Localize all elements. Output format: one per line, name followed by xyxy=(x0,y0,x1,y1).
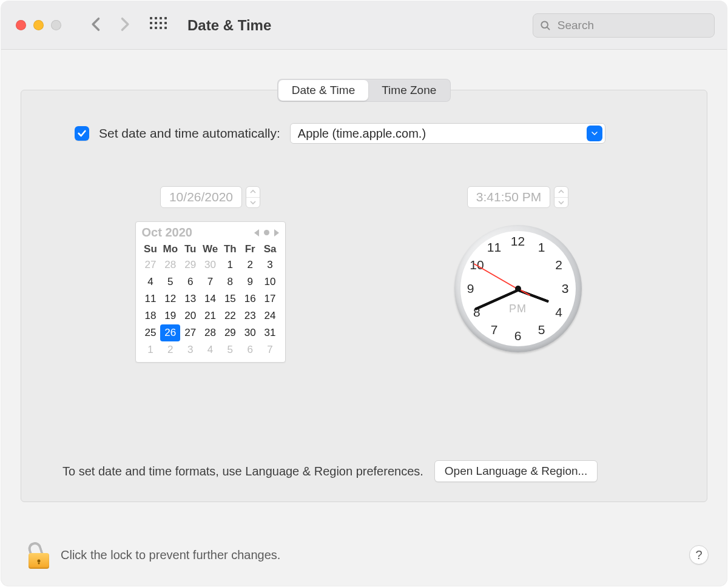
calendar-day[interactable]: 11 xyxy=(141,290,161,307)
calendar-day[interactable]: 5 xyxy=(160,273,180,290)
stepper-up-icon xyxy=(554,187,568,198)
calendar-day[interactable]: 16 xyxy=(240,290,260,307)
page-title: Date & Time xyxy=(187,17,271,34)
calendar-day[interactable]: 15 xyxy=(220,290,240,307)
time-value[interactable]: 3:41:50 PM xyxy=(467,186,550,208)
zoom-window-button[interactable] xyxy=(51,20,61,30)
clock-numeral: 5 xyxy=(534,323,549,337)
calendar-day-header: Fr xyxy=(240,242,260,257)
time-stepper[interactable] xyxy=(554,186,568,208)
calendar-day[interactable]: 2 xyxy=(160,341,180,358)
back-button[interactable] xyxy=(88,16,105,35)
calendar-day[interactable]: 2 xyxy=(240,257,260,273)
date-field: 10/26/2020 xyxy=(160,186,260,208)
footer: Click the lock to prevent further change… xyxy=(1,541,727,586)
tab-time-zone[interactable]: Time Zone xyxy=(368,80,450,101)
calendar-day[interactable]: 28 xyxy=(200,324,220,341)
calendar-prev-icon[interactable] xyxy=(254,229,259,236)
auto-set-row: Set date and time automatically: Apple (… xyxy=(75,123,653,144)
clock-numeral: 6 xyxy=(511,329,525,343)
chevron-down-icon xyxy=(587,126,602,141)
calendar-day[interactable]: 23 xyxy=(240,307,260,324)
auto-set-label: Set date and time automatically: xyxy=(99,126,280,141)
calendar-day-header: Mo xyxy=(160,242,180,257)
date-value[interactable]: 10/26/2020 xyxy=(160,186,242,208)
search-icon xyxy=(539,19,551,32)
panel: Set date and time automatically: Apple (… xyxy=(21,90,707,502)
clock-period: PM xyxy=(509,303,527,315)
date-stepper[interactable] xyxy=(246,186,260,208)
time-column: 3:41:50 PM PM 121234567891011 xyxy=(382,186,653,363)
calendar-day[interactable]: 24 xyxy=(260,307,280,324)
calendar[interactable]: Oct 2020 SuMoTuWeThFrSa27282930123456789… xyxy=(135,221,286,363)
search-field[interactable] xyxy=(533,13,715,38)
date-time-columns: 10/26/2020 Oct 2020 xyxy=(75,186,653,363)
calendar-day[interactable]: 4 xyxy=(141,273,161,290)
check-icon xyxy=(77,129,87,138)
calendar-day[interactable]: 19 xyxy=(160,307,180,324)
close-window-button[interactable] xyxy=(16,20,26,30)
forward-button[interactable] xyxy=(116,16,133,35)
calendar-day[interactable]: 12 xyxy=(160,290,180,307)
calendar-day-header: Sa xyxy=(260,242,280,257)
window-controls xyxy=(16,20,61,30)
time-server-combo[interactable]: Apple (time.apple.com.) xyxy=(290,123,605,144)
stepper-down-icon xyxy=(554,198,568,208)
calendar-day[interactable]: 20 xyxy=(180,307,200,324)
clock-numeral: 2 xyxy=(551,258,566,272)
calendar-day[interactable]: 4 xyxy=(200,341,220,358)
calendar-day[interactable]: 6 xyxy=(180,273,200,290)
calendar-day[interactable]: 28 xyxy=(160,257,180,273)
calendar-nav xyxy=(254,229,279,236)
show-all-icon[interactable] xyxy=(150,17,167,34)
calendar-day[interactable]: 3 xyxy=(260,257,280,273)
calendar-month-label: Oct 2020 xyxy=(142,226,192,240)
help-button[interactable]: ? xyxy=(689,545,709,565)
analog-clock: PM 121234567891011 xyxy=(454,225,582,352)
calendar-day[interactable]: 1 xyxy=(220,257,240,273)
calendar-day[interactable]: 7 xyxy=(260,341,280,358)
clock-numeral: 9 xyxy=(463,281,478,296)
hint-row: To set date and time formats, use Langua… xyxy=(62,460,666,482)
calendar-day[interactable]: 1 xyxy=(141,341,161,358)
calendar-day[interactable]: 22 xyxy=(220,307,240,324)
auto-set-checkbox[interactable] xyxy=(75,126,89,141)
clock-numeral: 4 xyxy=(551,305,566,320)
calendar-day[interactable]: 30 xyxy=(240,324,260,341)
calendar-day[interactable]: 10 xyxy=(260,273,280,290)
calendar-day[interactable]: 13 xyxy=(180,290,200,307)
calendar-day[interactable]: 29 xyxy=(220,324,240,341)
tab-bar: Date & Time Time Zone xyxy=(277,79,451,102)
calendar-day-header: Tu xyxy=(180,242,200,257)
search-input[interactable] xyxy=(556,18,708,33)
calendar-day[interactable]: 30 xyxy=(200,257,220,273)
calendar-day[interactable]: 27 xyxy=(180,324,200,341)
calendar-day[interactable]: 14 xyxy=(200,290,220,307)
tab-date-time[interactable]: Date & Time xyxy=(278,80,369,101)
calendar-today-icon[interactable] xyxy=(264,230,269,235)
calendar-day[interactable]: 3 xyxy=(180,341,200,358)
nav-arrows xyxy=(88,16,133,35)
preferences-window: Date & Time Date & Time Time Zone Set da… xyxy=(1,1,727,586)
clock-numeral: 3 xyxy=(558,281,573,296)
clock-numeral: 7 xyxy=(487,323,502,337)
calendar-day[interactable]: 27 xyxy=(141,257,161,273)
lock-icon[interactable] xyxy=(28,541,50,569)
calendar-day[interactable]: 6 xyxy=(240,341,260,358)
calendar-day[interactable]: 5 xyxy=(220,341,240,358)
help-label: ? xyxy=(695,548,702,562)
calendar-day[interactable]: 9 xyxy=(240,273,260,290)
calendar-day[interactable]: 7 xyxy=(200,273,220,290)
calendar-day[interactable]: 21 xyxy=(200,307,220,324)
open-language-region-button[interactable]: Open Language & Region... xyxy=(434,460,598,482)
minimize-window-button[interactable] xyxy=(33,20,44,30)
content: Date & Time Time Zone Set date and time … xyxy=(1,50,727,541)
calendar-day[interactable]: 18 xyxy=(141,307,161,324)
calendar-day[interactable]: 25 xyxy=(141,324,161,341)
calendar-day[interactable]: 31 xyxy=(260,324,280,341)
calendar-next-icon[interactable] xyxy=(274,229,279,236)
calendar-day[interactable]: 17 xyxy=(260,290,280,307)
calendar-day[interactable]: 29 xyxy=(180,257,200,273)
calendar-day[interactable]: 8 xyxy=(220,273,240,290)
calendar-day[interactable]: 26 xyxy=(160,324,180,341)
